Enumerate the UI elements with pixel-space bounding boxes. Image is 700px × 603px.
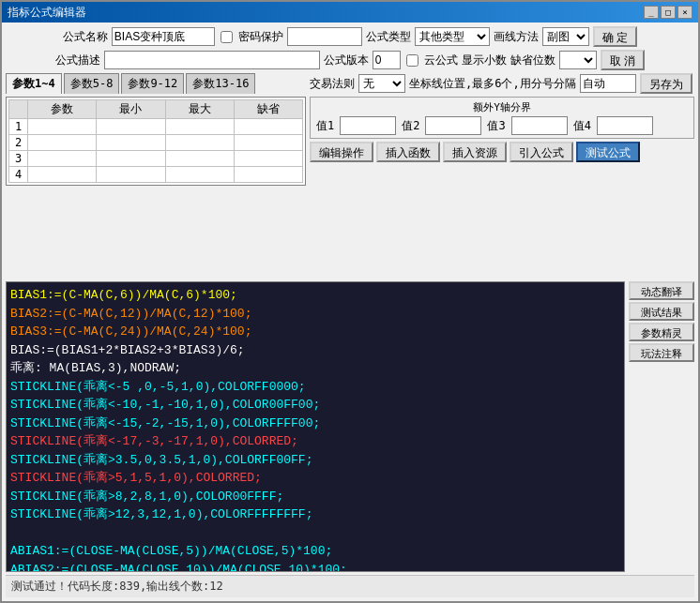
password-checkbox[interactable] [221,31,233,43]
min-input[interactable] [97,151,164,166]
玩法注释-button[interactable]: 玩法注释 [629,343,694,362]
row-num: 1 [9,119,28,135]
param-cell[interactable] [28,135,97,151]
formula-line: STICKLINE(乖离>3.5,0,3.5,1,0),COLORFF00FF; [10,451,620,470]
max-cell[interactable] [165,151,234,167]
default-input[interactable] [235,135,302,150]
formula-line: STICKLINE(乖离<-17,-3,-17,1,0),COLORRED; [10,432,620,451]
formula-line: BIAS2:=(C-MA(C,12))/MA(C,12)*100; [10,305,620,324]
val2-input[interactable] [425,116,481,135]
default-cell[interactable] [234,167,302,183]
toolbar-row: 编辑操作 插入函数 插入资源 引入公式 测试公式 [310,142,694,162]
top-form: 公式名称 密码保护 公式类型 其他类型 画线方法 副图 确 定 [6,26,694,70]
formula-version-input[interactable] [373,51,401,69]
trade-rule-label: 交易法则 [310,76,355,92]
formula-desc-input[interactable] [104,51,320,69]
formula-line [10,524,620,543]
table-row: 3 [9,151,303,167]
display-small-label: 显示小数 [462,53,507,68]
formula-line: BIAS3:=(C-MA(C,24))/MA(C,24)*100; [10,323,620,341]
insert-func-button[interactable]: 插入函数 [376,142,440,162]
table-row: 4 [9,167,303,183]
param-input[interactable] [28,167,96,182]
insert-source-button[interactable]: 插入资源 [443,142,507,162]
tabs-container: 参数1~4 参数5-8 参数9-12 参数13-16 [6,73,306,94]
max-input[interactable] [166,167,234,182]
min-cell[interactable] [97,167,165,183]
max-input[interactable] [166,119,234,134]
coord-input[interactable] [580,74,636,93]
window-title: 指标公式编辑器 [8,5,86,21]
default-input[interactable] [235,151,302,166]
param-input[interactable] [28,119,96,134]
tab-params-13-16[interactable]: 参数13-16 [186,73,255,94]
min-input[interactable] [97,135,164,150]
maximize-button[interactable]: □ [661,6,676,19]
main-window: 指标公式编辑器 _ □ × 公式名称 密码保护 公式类型 [0,0,700,603]
min-input[interactable] [97,119,164,134]
max-cell[interactable] [165,135,234,151]
max-cell[interactable] [165,119,234,135]
formula-line: STICKLINE(乖离<-5 ,0,-5,1,0),COLORFF0000; [10,378,620,397]
tab-params-1-4[interactable]: 参数1~4 [6,73,62,94]
default-cell[interactable] [234,151,302,167]
max-cell[interactable] [165,167,234,183]
default-input[interactable] [235,119,302,134]
param-input[interactable] [28,151,96,166]
val1-input[interactable] [340,116,396,135]
min-input[interactable] [97,167,164,182]
test-formula-button[interactable]: 测试公式 [576,142,640,162]
axis-values-row: 值1 值2 值3 值4 [316,116,688,135]
val3-input[interactable] [511,116,568,135]
param-cell[interactable] [28,167,97,183]
val1-label: 值1 [316,118,334,134]
formula-line: STICKLINE(乖离>5,1,5,1,0),COLORRED; [10,469,620,488]
参数精灵-button[interactable]: 参数精灵 [629,323,694,341]
param-table-container: 参数 最小 最大 缺省 1 2 3 [6,97,306,186]
param-cell[interactable] [28,119,97,135]
val3-label: 值3 [487,118,505,134]
tab-params-9-12[interactable]: 参数9-12 [121,73,184,94]
formula-type-select[interactable]: 其他类型 [415,27,490,46]
close-button[interactable]: × [677,6,692,19]
val4-input[interactable] [597,116,653,135]
min-cell[interactable] [97,119,165,135]
cloud-label: 云公式 [424,53,458,68]
test-result-text: 测试通过！代码长度:839,输出线个数:12 [11,579,223,595]
draw-method-select[interactable]: 副图 [542,27,589,46]
digits-select[interactable] [559,51,597,69]
max-input[interactable] [166,151,234,166]
import-formula-button[interactable]: 引入公式 [510,142,573,162]
测试结果-button[interactable]: 测试结果 [629,302,694,321]
right-panel: 交易法则 无 坐标线位置,最多6个,用分号分隔 另存为 额外Y轴分界 值1 值2 [310,73,694,279]
param-cell[interactable] [28,151,97,167]
default-cell[interactable] [234,135,302,151]
trade-rule-select[interactable]: 无 [358,74,405,93]
min-cell[interactable] [97,151,165,167]
min-cell[interactable] [97,135,165,151]
confirm-button[interactable]: 确 定 [593,26,637,47]
default-input[interactable] [235,167,302,182]
动态翻译-button[interactable]: 动态翻译 [629,281,694,300]
table-row: 2 [9,135,303,151]
cancel-button[interactable]: 取 消 [601,50,645,70]
default-col-header: 缺省 [234,100,302,119]
edit-op-button[interactable]: 编辑操作 [310,142,373,162]
row-num: 4 [9,167,28,183]
password-input[interactable] [287,27,362,46]
default-cell[interactable] [234,119,302,135]
tab-params-5-8[interactable]: 参数5-8 [64,73,120,94]
max-input[interactable] [166,135,234,150]
formula-name-input[interactable] [112,27,215,46]
cloud-checkbox[interactable] [406,54,418,67]
coord-line-label: 坐标线位置,最多6个,用分号分隔 [409,76,576,92]
save-as-button[interactable]: 另存为 [640,73,692,94]
formula-editor[interactable]: BIAS1:=(C-MA(C,6))/MA(C,6)*100;BIAS2:=(C… [6,281,625,572]
minimize-button[interactable]: _ [644,6,659,19]
formula-line: STICKLINE(乖离<-15,-2,-15,1,0),COLORFFFF00… [10,415,620,433]
param-input[interactable] [28,135,96,150]
axis-boundary-title: 额外Y轴分界 [316,100,688,114]
param-table: 参数 最小 最大 缺省 1 2 3 [8,99,303,183]
val2-label: 值2 [402,118,419,134]
formula-line: STICKLINE(乖离<-10,-1,-10,1,0),COLOR00FF00… [10,396,620,415]
